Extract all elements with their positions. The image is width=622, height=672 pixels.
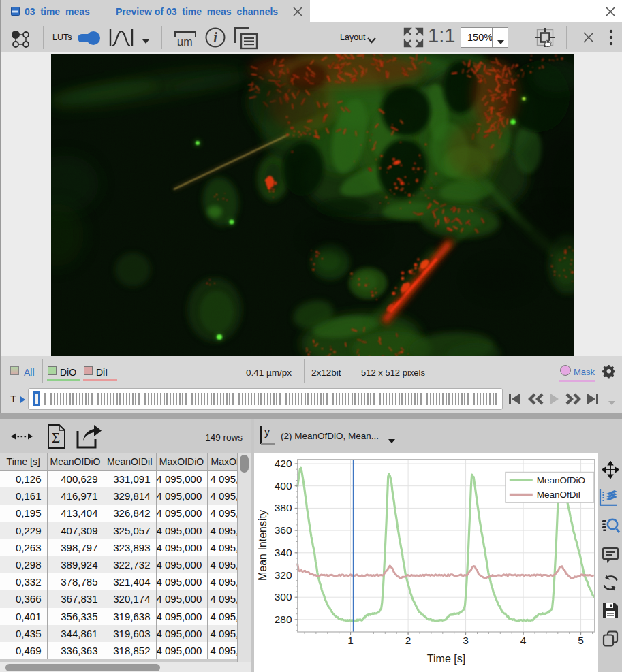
svg-text:1: 1: [347, 635, 354, 646]
svg-text:y: y: [264, 426, 270, 438]
svg-text:400: 400: [275, 480, 292, 492]
svg-text:3: 3: [463, 635, 469, 646]
svg-text:4: 4: [520, 635, 527, 646]
svg-text:Mean Intensity: Mean Intensity: [257, 510, 268, 581]
svg-text:2: 2: [405, 635, 411, 646]
svg-text:300: 300: [275, 591, 292, 603]
svg-text:360: 360: [275, 524, 292, 536]
svg-text:Time [s]: Time [s]: [427, 653, 465, 665]
svg-text:320: 320: [275, 569, 292, 581]
svg-text:Σ: Σ: [52, 430, 60, 446]
svg-text:380: 380: [275, 502, 292, 513]
svg-text:µm: µm: [177, 36, 193, 46]
svg-text:MeanOfDiO: MeanOfDiO: [537, 475, 585, 485]
svg-text:5: 5: [578, 635, 584, 646]
svg-text:340: 340: [275, 547, 292, 558]
svg-text:MeanOfDiI: MeanOfDiI: [537, 490, 581, 500]
svg-text:i: i: [213, 30, 217, 45]
svg-text:280: 280: [275, 613, 292, 625]
svg-text:420: 420: [275, 458, 292, 469]
